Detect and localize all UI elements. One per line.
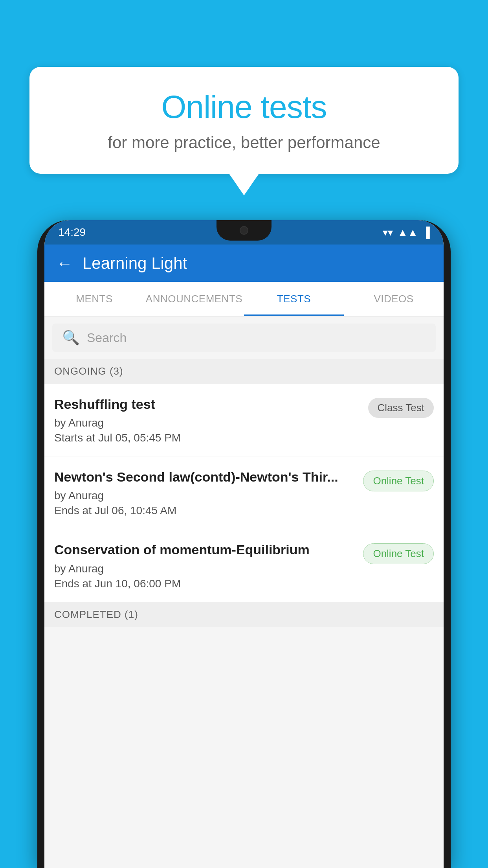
- test-list: Reshuffling test by Anurag Starts at Jul…: [44, 384, 444, 602]
- test-name-newton: Newton's Second law(contd)-Newton's Thir…: [54, 468, 355, 485]
- completed-section-header: COMPLETED (1): [44, 602, 444, 627]
- tab-videos[interactable]: VIDEOS: [344, 282, 444, 316]
- phone-screen: 14:29 ▾▾ ▲▲ ▐ ← Learning Light MENTS ANN…: [44, 220, 444, 868]
- tab-bar: MENTS ANNOUNCEMENTS TESTS VIDEOS: [44, 282, 444, 316]
- bubble-subtitle: for more practice, better performance: [53, 133, 435, 152]
- tab-tests[interactable]: TESTS: [244, 282, 344, 316]
- test-name-reshuffling: Reshuffling test: [54, 395, 360, 413]
- phone-frame: 14:29 ▾▾ ▲▲ ▐ ← Learning Light MENTS ANN…: [37, 220, 451, 868]
- search-input[interactable]: Search: [87, 331, 127, 345]
- ongoing-section-header: ONGOING (3): [44, 359, 444, 384]
- battery-icon: ▐: [423, 226, 430, 239]
- camera-icon: [240, 226, 248, 235]
- test-name-conservation: Conservation of momentum-Equilibrium: [54, 541, 355, 558]
- tab-ments[interactable]: MENTS: [44, 282, 144, 316]
- test-author-newton: by Anurag: [54, 489, 355, 502]
- test-item-reshuffling[interactable]: Reshuffling test by Anurag Starts at Jul…: [44, 384, 444, 456]
- app-bar: ← Learning Light: [44, 245, 444, 282]
- badge-online-test-conservation: Online Test: [363, 543, 434, 564]
- app-bar-title: Learning Light: [83, 254, 187, 273]
- search-bar[interactable]: 🔍 Search: [52, 324, 436, 352]
- signal-icon: ▲▲: [398, 226, 418, 239]
- test-date-newton: Ends at Jul 06, 10:45 AM: [54, 504, 355, 517]
- test-date-conservation: Ends at Jun 10, 06:00 PM: [54, 577, 355, 590]
- test-info-newton: Newton's Second law(contd)-Newton's Thir…: [54, 468, 355, 517]
- phone-notch: [216, 220, 272, 241]
- status-time: 14:29: [58, 226, 86, 239]
- test-item-newton[interactable]: Newton's Second law(contd)-Newton's Thir…: [44, 456, 444, 529]
- test-info-conservation: Conservation of momentum-Equilibrium by …: [54, 541, 355, 590]
- test-author-reshuffling: by Anurag: [54, 417, 360, 429]
- test-author-conservation: by Anurag: [54, 563, 355, 575]
- bubble-title: Online tests: [53, 88, 435, 125]
- speech-bubble: Online tests for more practice, better p…: [29, 67, 459, 174]
- test-date-reshuffling: Starts at Jul 05, 05:45 PM: [54, 432, 360, 444]
- status-icons: ▾▾ ▲▲ ▐: [383, 226, 430, 239]
- test-item-conservation[interactable]: Conservation of momentum-Equilibrium by …: [44, 529, 444, 602]
- back-button[interactable]: ←: [56, 254, 73, 273]
- wifi-icon: ▾▾: [383, 226, 393, 239]
- badge-class-test: Class Test: [368, 398, 434, 418]
- badge-online-test-newton: Online Test: [363, 471, 434, 491]
- search-icon: 🔍: [62, 329, 80, 346]
- test-info-reshuffling: Reshuffling test by Anurag Starts at Jul…: [54, 395, 360, 444]
- tab-announcements[interactable]: ANNOUNCEMENTS: [144, 282, 244, 316]
